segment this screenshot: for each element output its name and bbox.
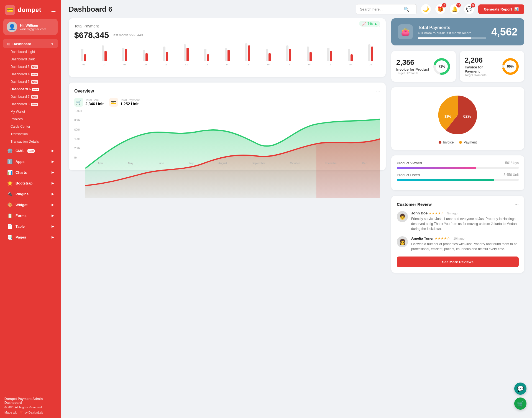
nav-label-bootstrap: Bootstrap: [16, 181, 32, 185]
sidebar-item-invoices[interactable]: Invoices: [3, 116, 58, 123]
invoice-row: 2,356 Invoice for Product Target 3k/mont…: [391, 51, 524, 82]
bar-red: [125, 49, 127, 61]
arrow-up-icon: ▲: [374, 22, 377, 26]
nav-item-apps[interactable]: ℹ️ Apps ▶: [3, 157, 58, 167]
invoice-product-percent: 71%: [433, 58, 451, 75]
bar-gray: [368, 44, 370, 61]
sidebar-item-dashboard-5[interactable]: Dashboard 5New: [3, 78, 58, 85]
dashboard-nav-group[interactable]: ⊞ Dashboard ▼: [3, 39, 58, 48]
customer-review-card: Customer Review ··· 👨 John Doe ★★★★☆ 5m …: [391, 196, 524, 273]
total-payment-card: Total Payment $678,345 last month $563,4…: [69, 18, 386, 77]
bar-red: [310, 52, 312, 61]
review-content: Amelia Tuner ★★★★☆ 10h ago I viewed a nu…: [411, 236, 519, 252]
chat-float-button[interactable]: 💬: [514, 383, 526, 395]
bar-label: 13: [205, 63, 208, 66]
overview-more-dots[interactable]: ···: [376, 88, 380, 94]
bar-group: 11: [156, 47, 175, 66]
charts-icon: 📊: [7, 170, 13, 175]
dashboard-label: Dashboard: [12, 42, 31, 46]
area-chart: 1000k800k600k400k200k0k: [74, 109, 380, 165]
sidebar-item-dashboard-3[interactable]: Dashboard 3New: [3, 63, 58, 70]
bar-gray: [225, 48, 227, 61]
bar-pair: [102, 45, 107, 61]
reviewer-avatar: 👨: [397, 211, 408, 222]
total-sale-value: 2,346 Unit: [85, 102, 104, 106]
bell-icon-btn[interactable]: 🔔 12: [449, 4, 460, 14]
hamburger-icon[interactable]: ☰: [51, 7, 56, 13]
review-more-dots[interactable]: ···: [515, 201, 519, 207]
invoice-payment-target: Target 3k/month: [465, 73, 498, 77]
gift-icon-btn[interactable]: 🎁 2: [435, 4, 446, 14]
nav-item-cms[interactable]: ⚙️ CMS New ▶: [3, 146, 58, 156]
invoice-payment-info: 2,206 Invoice for Payment Target 3k/mont…: [465, 56, 498, 77]
total-payment-amount: $678,345: [74, 30, 109, 40]
bar-red: [186, 48, 189, 61]
bar-label: 17: [287, 63, 290, 66]
nav-item-widget[interactable]: 🎨 Widget ▶: [3, 200, 58, 210]
bar-label: 21: [369, 63, 372, 66]
bar-group: 06: [74, 49, 93, 66]
sidebar-item-dashboard-6[interactable]: Dashboard 6New: [3, 86, 58, 93]
user-profile: 👤 Hi, William william@gmail.com: [3, 19, 58, 35]
sidebar-item-dashboard-4[interactable]: Dashboard 4New: [3, 71, 58, 78]
cart-float-button[interactable]: 🛒: [514, 398, 526, 410]
nav-item-pages[interactable]: 📑 Pages ▶: [3, 232, 58, 242]
invoice-product-number: 2,356: [396, 58, 429, 67]
bar-gray: [245, 43, 247, 61]
svg-text:38%: 38%: [444, 115, 451, 119]
nav-item-table[interactable]: 📄 Table ▶: [3, 221, 58, 232]
product-listed-bar: [397, 179, 494, 181]
invoice-payment-percent: 90%: [502, 58, 519, 75]
bar-pair: [348, 49, 353, 61]
nav-item-plugins[interactable]: 🔌 Plugins ▶: [3, 189, 58, 199]
bar-gray: [163, 47, 165, 61]
search-icon[interactable]: 🔍: [404, 7, 409, 12]
x-label: October: [290, 162, 300, 165]
bar-red: [227, 50, 230, 61]
see-more-reviews-button[interactable]: See More Reviews: [397, 257, 519, 267]
last-month-text: last month $563,443: [113, 33, 143, 37]
bar-pair: [184, 44, 189, 61]
bar-red: [84, 54, 86, 61]
arrow-cms-icon: ▶: [52, 149, 54, 153]
pie-legend: Invoice Payment: [397, 140, 519, 144]
pages-icon: 📑: [7, 235, 13, 240]
sidebar-item-dashboard-light[interactable]: Dashboard Light: [3, 48, 58, 55]
nav-item-bootstrap[interactable]: ⭐ Bootstrap ▶: [3, 178, 58, 188]
sidebar-item-dashboard-7[interactable]: Dashboard 7New: [3, 93, 58, 100]
invoice-product-donut: 71%: [433, 58, 451, 75]
nav-item-forms[interactable]: 📋 Forms ▶: [3, 211, 58, 221]
bar-gray: [81, 49, 83, 61]
bar-red: [104, 51, 107, 61]
sidebar-item-dashboard-8[interactable]: Dashboard 8New: [3, 101, 58, 108]
bar-gray: [102, 45, 104, 61]
sidebar-item-transaction[interactable]: Transaction: [3, 130, 58, 138]
y-label: 400k: [74, 137, 82, 140]
chat-icon-btn[interactable]: 💬 5: [464, 4, 474, 14]
reviewer-name: John Doe: [411, 211, 428, 215]
footer-title: Dompet Payment Admin Dashboard: [4, 397, 57, 405]
bar-pair: [286, 45, 291, 61]
moon-icon-btn[interactable]: 🌙: [421, 4, 431, 14]
bar-red: [166, 52, 168, 61]
bar-gray: [122, 48, 124, 61]
review-item: 👩 Amelia Tuner ★★★★☆ 10h ago I viewed a …: [397, 236, 519, 252]
bar-gray: [307, 47, 309, 61]
sidebar-item-my-wallet[interactable]: My Wallet: [3, 108, 58, 115]
tp-info: Total Payments 431 more to break last mo…: [418, 25, 486, 39]
bar-red: [330, 51, 332, 61]
search-input[interactable]: [360, 7, 401, 11]
generate-report-button[interactable]: Generate Report 📊: [478, 4, 524, 14]
review-title: Customer Review: [397, 202, 432, 207]
sidebar-item-cards-center[interactable]: Cards Center: [3, 123, 58, 130]
y-axis-labels: 1000k800k600k400k200k0k: [74, 109, 82, 159]
content-area: Total Payment $678,345 last month $563,4…: [61, 18, 532, 418]
tp-progress-bar: [418, 37, 471, 39]
overview-legend: 🛒 Total Sale 2,346 Unit 💳 Total Payment …: [74, 98, 380, 107]
bar-pair: [307, 47, 312, 61]
nav-label-table: Table: [16, 224, 25, 229]
sidebar-item-transaction-details[interactable]: Transaction Details: [3, 138, 58, 145]
sidebar-item-dashboard-dark[interactable]: Dashboard Dark: [3, 56, 58, 63]
nav-item-charts[interactable]: 📊 Charts ▶: [3, 167, 58, 178]
bar-chart: 06 07 08 09 11 12 13 14 15 16 17 18: [74, 44, 380, 71]
